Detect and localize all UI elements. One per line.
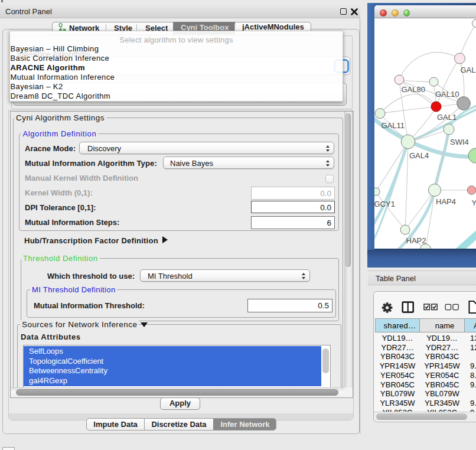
svg-text:GAL1: GAL1 — [437, 113, 457, 122]
svg-text:GAL10: GAL10 — [435, 90, 459, 99]
svg-text:GCY1: GCY1 — [374, 200, 395, 208]
svg-text:SWI4: SWI4 — [450, 138, 469, 146]
svg-text:YE: YE — [472, 198, 476, 207]
svg-text:GAL11: GAL11 — [382, 121, 405, 130]
svg-text:GAL7: GAL7 — [461, 66, 476, 74]
svg-text:HAP4: HAP4 — [436, 197, 456, 206]
svg-text:GAL4: GAL4 — [409, 151, 429, 160]
svg-text:HAP2: HAP2 — [406, 236, 426, 245]
svg-text:GAL80: GAL80 — [402, 85, 425, 94]
